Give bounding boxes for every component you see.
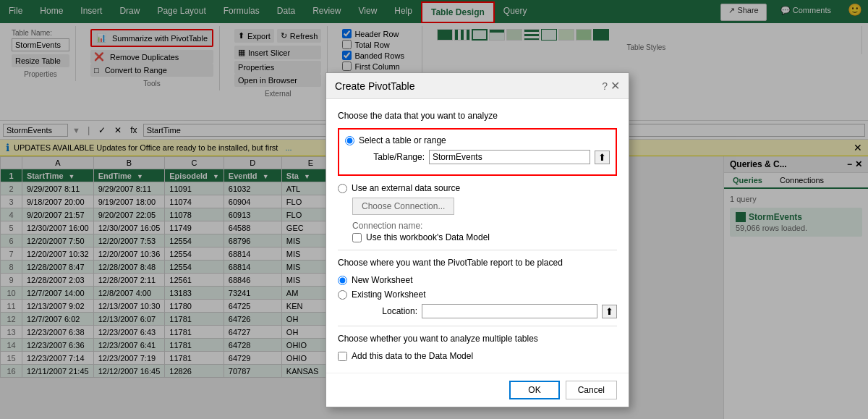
external-label: External bbox=[234, 87, 321, 98]
table-name-input[interactable] bbox=[12, 38, 69, 51]
modal-body: Choose the data that you want to analyze… bbox=[326, 99, 629, 373]
tab-insert[interactable]: Insert bbox=[72, 1, 111, 23]
sidebar-tabs: Queries Connections bbox=[724, 173, 868, 189]
col-start-time-header[interactable]: StartTime ▼ bbox=[22, 169, 94, 182]
add-data-model-row[interactable]: Add this data to the Data Model bbox=[338, 351, 617, 361]
share-btn[interactable]: ↗ Share bbox=[720, 4, 766, 21]
convert-icon: □ bbox=[94, 66, 99, 75]
cancel-button[interactable]: Cancel bbox=[566, 381, 617, 399]
properties-group: Table Name: Resize Table Properties bbox=[6, 26, 76, 81]
formula-separator: ▼ bbox=[72, 126, 80, 135]
use-data-model-row[interactable]: Use this workbook's Data Model bbox=[352, 232, 617, 242]
table-range-row: Table/Range: ⬆ bbox=[359, 150, 610, 164]
col-event-id-header[interactable]: EventId ▼ bbox=[224, 169, 281, 182]
summarize-pivottable-btn[interactable]: 📊 Summarize with PivotTable bbox=[90, 29, 213, 47]
ok-button[interactable]: OK bbox=[509, 381, 559, 399]
style-cell-7[interactable] bbox=[541, 29, 557, 41]
convert-to-range-btn[interactable]: □ Convert to Range bbox=[90, 64, 213, 77]
sidebar-minimize-icon[interactable]: − bbox=[847, 159, 852, 169]
table-range-picker-btn[interactable]: ⬆ bbox=[595, 151, 610, 164]
use-data-model-label: Use this workbook's Data Model bbox=[366, 232, 490, 242]
info-icon: ℹ bbox=[6, 142, 9, 153]
tab-help[interactable]: Help bbox=[386, 1, 421, 23]
query-icon bbox=[736, 212, 746, 222]
refresh-btn[interactable]: ↻ Refresh bbox=[277, 29, 322, 43]
col-header-C[interactable]: C bbox=[165, 157, 224, 169]
account-icon[interactable]: 🙂 bbox=[842, 1, 868, 23]
comments-btn[interactable]: 💬 Comments bbox=[773, 4, 839, 21]
tab-view[interactable]: View bbox=[350, 1, 386, 23]
remove-duplicates-btn[interactable]: ❌ Remove Duplicates bbox=[90, 50, 213, 64]
col-header-A[interactable]: A bbox=[22, 157, 94, 169]
col-header-D[interactable]: D bbox=[224, 157, 281, 169]
modal-close-btn[interactable]: ✕ bbox=[610, 79, 620, 93]
tab-data[interactable]: Data bbox=[268, 1, 304, 23]
radio-external-source[interactable] bbox=[338, 184, 347, 193]
style-cell-3[interactable] bbox=[472, 29, 488, 41]
create-pivot-table-dialog: Create PivotTable ? ✕ Choose the data th… bbox=[326, 72, 629, 407]
banded-rows-check[interactable]: Banded Rows bbox=[342, 51, 415, 60]
properties-label: Properties bbox=[12, 67, 69, 78]
first-column-check[interactable]: First Column bbox=[342, 62, 415, 71]
style-cell-4[interactable] bbox=[489, 29, 505, 41]
radio-new-worksheet[interactable] bbox=[338, 276, 347, 285]
tab-formulas[interactable]: Formulas bbox=[215, 1, 268, 23]
query-info: 59,066 rows loaded. bbox=[736, 224, 856, 232]
tab-file[interactable]: File bbox=[0, 1, 31, 23]
fx-icon[interactable]: fx bbox=[130, 125, 137, 135]
col-episode-id-header[interactable]: EpisodeId ▼ bbox=[165, 169, 224, 182]
col-end-time-header[interactable]: EndTime ▼ bbox=[93, 169, 165, 182]
modal-footer: OK Cancel bbox=[326, 373, 629, 407]
choose-connection-btn[interactable]: Choose Connection... bbox=[352, 198, 454, 215]
formula-bar-separator: | bbox=[88, 124, 90, 135]
table-range-input[interactable] bbox=[429, 150, 590, 164]
style-cell-6[interactable] bbox=[524, 29, 540, 41]
location-picker-btn[interactable]: ⬆ bbox=[602, 305, 617, 318]
tab-page-layout[interactable]: Page Layout bbox=[148, 1, 214, 23]
name-box[interactable] bbox=[3, 124, 68, 137]
radio-existing-worksheet[interactable] bbox=[338, 290, 347, 300]
dialog-section1-title: Choose the data that you want to analyze bbox=[338, 111, 617, 121]
radio-external-source-label: Use an external data source bbox=[352, 183, 460, 193]
sidebar-tab-connections[interactable]: Connections bbox=[771, 173, 833, 187]
style-cell-5[interactable] bbox=[506, 29, 522, 41]
tab-table-design[interactable]: Table Design bbox=[421, 1, 495, 23]
style-cell-2[interactable] bbox=[454, 29, 470, 41]
sidebar-close-icon[interactable]: ✕ bbox=[855, 159, 862, 169]
update-link[interactable]: ... bbox=[285, 143, 292, 152]
style-cell-9[interactable] bbox=[576, 29, 592, 41]
radio-select-table[interactable] bbox=[345, 136, 354, 145]
use-data-model-check[interactable] bbox=[352, 233, 362, 242]
choose-connection-section: Choose Connection... bbox=[352, 198, 617, 215]
ribbon-tabs: File Home Insert Draw Page Layout Formul… bbox=[0, 0, 868, 23]
dialog-section3-title: Choose whether you want to analyze multi… bbox=[338, 334, 617, 344]
query-item-storm-events[interactable]: StormEvents 59,066 rows loaded. bbox=[730, 208, 862, 237]
location-input[interactable] bbox=[422, 304, 597, 318]
col-header-B[interactable]: B bbox=[93, 157, 165, 169]
check-icon[interactable]: ✓ bbox=[98, 125, 106, 135]
style-cell-1[interactable] bbox=[437, 29, 453, 41]
properties-btn[interactable]: Properties bbox=[234, 61, 321, 74]
tab-review[interactable]: Review bbox=[304, 1, 349, 23]
total-row-check[interactable]: Total Row bbox=[342, 40, 415, 49]
modal-help-btn[interactable]: ? bbox=[602, 80, 608, 92]
style-cell-10[interactable] bbox=[593, 29, 609, 41]
resize-table-btn[interactable]: Resize Table bbox=[12, 54, 69, 67]
add-data-model-check[interactable] bbox=[338, 352, 347, 361]
table-range-label: Table/Range: bbox=[359, 152, 425, 162]
queries-sidebar: Queries & C... − ✕ Queries Connections 1… bbox=[723, 156, 868, 419]
tab-home[interactable]: Home bbox=[31, 1, 72, 23]
update-close[interactable]: ✕ bbox=[854, 142, 862, 153]
x-icon[interactable]: ✕ bbox=[114, 125, 122, 135]
tab-draw[interactable]: Draw bbox=[111, 1, 148, 23]
sidebar-tab-queries[interactable]: Queries bbox=[724, 173, 771, 189]
tab-query[interactable]: Query bbox=[495, 1, 536, 23]
style-cell-8[interactable] bbox=[558, 29, 574, 41]
connection-name-label: Connection name: bbox=[352, 221, 617, 231]
open-browser-btn[interactable]: Open in Browser bbox=[234, 74, 321, 87]
modal-titlebar: Create PivotTable ? ✕ bbox=[326, 73, 629, 99]
insert-slicer-btn[interactable]: ▦ Insert Slicer bbox=[234, 46, 321, 59]
export-btn[interactable]: ⬆ Export bbox=[234, 29, 274, 43]
add-data-model-label: Add this data to the Data Model bbox=[352, 351, 473, 361]
header-row-check[interactable]: Header Row bbox=[342, 29, 415, 38]
